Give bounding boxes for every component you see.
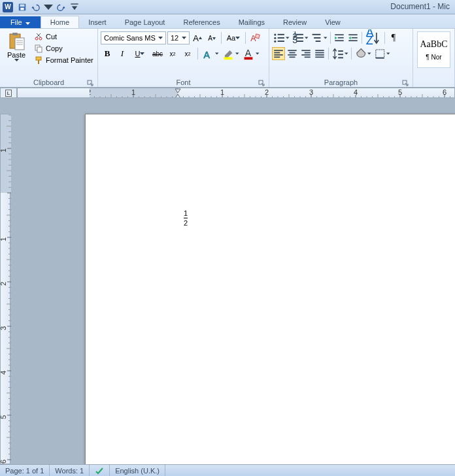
align-left-button[interactable] <box>272 47 285 60</box>
shading-button[interactable] <box>354 47 372 60</box>
svg-rect-63 <box>315 54 324 56</box>
undo-dropdown[interactable] <box>42 1 54 13</box>
clipboard-launcher-icon[interactable] <box>87 80 93 86</box>
svg-rect-49 <box>274 50 283 51</box>
svg-rect-2 <box>20 7 24 10</box>
bold-button[interactable]: B <box>101 47 114 60</box>
format-painter-button[interactable]: Format Painter <box>33 55 95 65</box>
paste-button[interactable]: Paste <box>3 30 30 63</box>
font-color-button[interactable]: A <box>242 47 260 60</box>
status-language[interactable]: English (U.K.) <box>110 465 165 476</box>
font-launcher-icon[interactable] <box>258 80 265 86</box>
svg-rect-20 <box>255 34 260 39</box>
svg-rect-42 <box>338 37 344 39</box>
font-group-label: Font <box>101 78 266 87</box>
shrink-font-button[interactable]: A <box>205 31 218 44</box>
clear-formatting-button[interactable]: A <box>248 31 261 44</box>
svg-rect-66 <box>338 54 343 55</box>
svg-rect-57 <box>301 50 311 51</box>
svg-text:3: 3 <box>292 35 297 45</box>
font-size-value: 12 <box>171 34 180 42</box>
undo-button[interactable] <box>29 1 41 13</box>
show-marks-button[interactable]: ¶ <box>387 31 400 44</box>
svg-rect-62 <box>315 52 324 54</box>
bullets-button[interactable] <box>272 31 290 44</box>
paragraph-launcher-icon[interactable] <box>402 80 409 86</box>
tab-insert[interactable]: Insert <box>79 16 116 28</box>
status-words[interactable]: Words: 1 <box>50 465 90 476</box>
document-page[interactable]: 1 2 <box>85 114 455 476</box>
tab-page-layout[interactable]: Page Layout <box>116 16 175 28</box>
group-styles: AaBbC ¶ Nor <box>413 29 455 87</box>
svg-rect-15 <box>37 47 42 52</box>
subscript-button[interactable]: x2 <box>166 47 179 60</box>
tab-selector[interactable]: L <box>0 88 17 98</box>
svg-rect-39 <box>314 37 320 39</box>
sort-button[interactable]: AZ <box>364 31 382 44</box>
svg-rect-1 <box>20 4 25 7</box>
tab-mailings[interactable]: Mailings <box>229 16 274 28</box>
underline-button[interactable]: U <box>131 47 149 60</box>
svg-rect-43 <box>335 40 344 41</box>
tab-file[interactable]: File <box>0 16 41 28</box>
status-page[interactable]: Page: 1 of 1 <box>0 465 50 476</box>
svg-rect-33 <box>297 34 303 35</box>
status-proofing[interactable] <box>90 465 110 476</box>
svg-rect-55 <box>288 54 297 56</box>
align-right-button[interactable] <box>299 47 312 60</box>
tab-home[interactable]: Home <box>41 16 79 28</box>
increase-indent-button[interactable] <box>346 31 360 44</box>
svg-text:1: 1 <box>220 88 224 96</box>
decrease-indent-button[interactable] <box>333 31 346 44</box>
grow-font-button[interactable]: A <box>191 31 204 44</box>
svg-point-28 <box>274 37 276 39</box>
svg-point-26 <box>274 33 276 35</box>
save-button[interactable] <box>16 1 28 13</box>
highlight-button[interactable] <box>222 47 240 60</box>
style-normal[interactable]: AaBbC ¶ Nor <box>417 31 450 68</box>
superscript-button[interactable]: x2 <box>181 47 194 60</box>
copy-button[interactable]: Copy <box>33 43 95 54</box>
ruler-v-ticks: 211234567 <box>1 114 11 476</box>
redo-button[interactable] <box>56 1 67 13</box>
tab-references[interactable]: References <box>174 16 229 28</box>
style-name: ¶ Nor <box>426 54 441 61</box>
svg-text:2: 2 <box>1 282 7 286</box>
svg-text:3: 3 <box>1 326 7 330</box>
svg-rect-50 <box>274 52 280 54</box>
svg-rect-27 <box>278 34 284 35</box>
change-case-button[interactable]: Aa <box>224 31 243 44</box>
multilevel-list-button[interactable] <box>310 31 328 44</box>
styles-group-label <box>416 78 452 87</box>
svg-rect-17 <box>38 60 39 64</box>
borders-button[interactable] <box>373 47 391 60</box>
ribbon-tabs: File Home Insert Page Layout References … <box>0 14 455 29</box>
svg-rect-61 <box>315 50 324 51</box>
font-name-combo[interactable]: Comic Sans MS <box>101 31 166 44</box>
text-effects-button[interactable]: A <box>201 47 220 60</box>
font-name-value: Comic Sans MS <box>104 34 156 42</box>
qat-customize-dropdown[interactable] <box>69 1 80 13</box>
italic-button[interactable]: I <box>116 47 129 60</box>
svg-rect-29 <box>278 37 284 39</box>
tab-view[interactable]: View <box>316 16 350 28</box>
fraction-equation[interactable]: 1 2 <box>184 209 188 227</box>
horizontal-ruler[interactable]: 2112345678 <box>17 88 455 98</box>
vertical-ruler[interactable]: 211234567 <box>0 114 10 464</box>
svg-rect-53 <box>288 50 297 51</box>
cut-button[interactable]: Cut <box>33 31 95 42</box>
fraction-numerator: 1 <box>184 209 188 217</box>
font-size-combo[interactable]: 12 <box>167 31 190 44</box>
justify-button[interactable] <box>313 47 326 60</box>
align-center-button[interactable] <box>286 47 299 60</box>
svg-rect-31 <box>278 41 284 42</box>
strikethrough-button[interactable]: abc <box>151 47 164 60</box>
group-font: Comic Sans MS 12 A A Aa A B I U abc <box>98 29 269 87</box>
tab-review[interactable]: Review <box>274 16 316 28</box>
line-spacing-button[interactable] <box>331 47 349 60</box>
svg-rect-16 <box>36 57 41 60</box>
numbering-button[interactable]: 123 <box>291 31 309 44</box>
svg-rect-60 <box>305 57 311 58</box>
paragraph-group-label: Paragraph <box>272 78 410 87</box>
status-bar: Page: 1 of 1 Words: 1 English (U.K.) <box>0 464 455 476</box>
